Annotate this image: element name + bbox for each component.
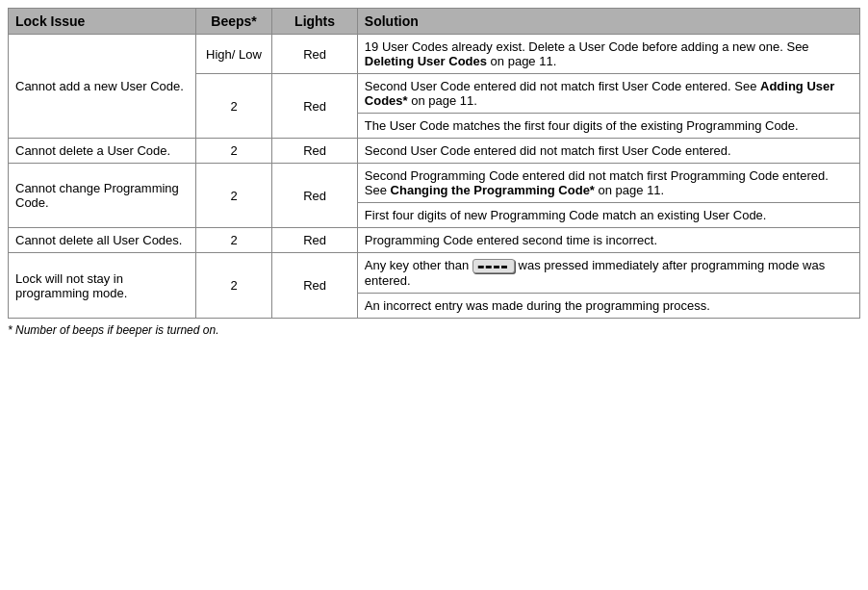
header-solution: Solution <box>357 9 859 35</box>
header-beeps: Beeps* <box>195 9 272 35</box>
solution-cell: The User Code matches the first four dig… <box>357 114 859 139</box>
beeps-cell: 2 <box>195 164 272 228</box>
key-icon: ▬▬▬▬ <box>472 259 515 273</box>
issue-cell: Lock will not stay in programming mode. <box>9 253 196 319</box>
issue-cell: Cannot add a new User Code. <box>9 35 196 139</box>
solution-cell: 19 User Codes already exist. Delete a Us… <box>357 35 859 74</box>
solution-cell: An incorrect entry was made during the p… <box>357 294 859 319</box>
lights-cell: Red <box>272 164 358 228</box>
header-lights: Lights <box>272 9 358 35</box>
lights-cell: Red <box>272 228 358 253</box>
table-row: Cannot change Programming Code.2RedSecon… <box>9 164 860 203</box>
header-lock-issue: Lock Issue <box>9 9 196 35</box>
lights-cell: Red <box>272 253 358 319</box>
lights-cell: Red <box>272 139 358 164</box>
table-row: Lock will not stay in programming mode.2… <box>9 253 860 294</box>
beeps-cell: 2 <box>195 74 272 139</box>
footnote: * Number of beeps if beeper is turned on… <box>8 323 860 337</box>
beeps-cell: 2 <box>195 139 272 164</box>
beeps-cell: 2 <box>195 253 272 319</box>
beeps-cell: High/ Low <box>195 35 272 74</box>
table-row: Cannot delete all User Codes.2RedProgram… <box>9 228 860 253</box>
solution-cell: Second User Code entered did not match f… <box>357 74 859 114</box>
solution-cell: First four digits of new Programming Cod… <box>357 203 859 228</box>
table-row: Cannot delete a User Code.2RedSecond Use… <box>9 139 860 164</box>
issue-cell: Cannot delete all User Codes. <box>9 228 196 253</box>
table-row: Cannot add a new User Code.High/ LowRed1… <box>9 35 860 74</box>
beeps-cell: 2 <box>195 228 272 253</box>
lights-cell: Red <box>272 35 358 74</box>
solution-cell: Programming Code entered second time is … <box>357 228 859 253</box>
solution-cell: Second User Code entered did not match f… <box>357 139 859 164</box>
solution-cell: Any key other than ▬▬▬▬ was pressed imme… <box>357 253 859 294</box>
lights-cell: Red <box>272 74 358 139</box>
solution-cell: Second Programming Code entered did not … <box>357 164 859 203</box>
issue-cell: Cannot change Programming Code. <box>9 164 196 228</box>
lock-issue-table: Lock Issue Beeps* Lights Solution Cannot… <box>8 8 860 319</box>
issue-cell: Cannot delete a User Code. <box>9 139 196 164</box>
